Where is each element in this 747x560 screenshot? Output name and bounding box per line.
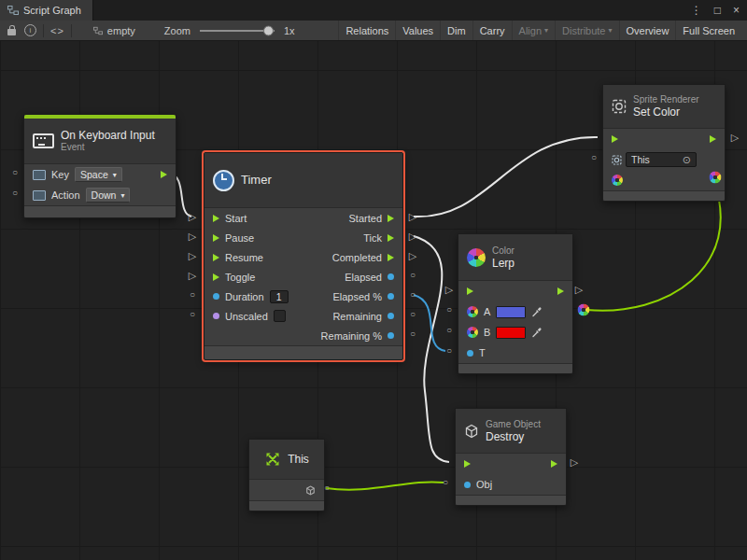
duration-input[interactable]: 1 [270,290,289,303]
node-header[interactable]: Color Lerp [458,234,572,281]
timer-started-ext-port[interactable]: ▷ [409,212,416,222]
toggle-port[interactable] [213,273,219,281]
lerp-flow-out-ext-port[interactable]: ▷ [575,285,583,295]
flow-out-port[interactable] [557,287,564,295]
maximize-icon[interactable]: □ [714,5,721,16]
info-icon[interactable]: i [24,24,36,36]
elapsed-pct-port[interactable] [388,293,394,300]
graph-canvas[interactable]: On Keyboard Input Event Key Space ▾ Acti… [0,41,747,560]
zoom-slider-handle[interactable] [263,25,274,35]
align-button[interactable]: Align▾ [512,21,555,40]
this-output-ext-port[interactable]: ○ [324,483,330,493]
fullscreen-button[interactable]: Full Screen [675,21,741,40]
distribute-button[interactable]: Distribute▾ [555,21,618,40]
values-button[interactable]: Values [395,21,440,40]
code-brackets-icon[interactable]: <> [50,25,64,36]
node-header[interactable]: On Keyboard Input Event [24,119,176,164]
carry-button[interactable]: Carry [472,21,512,40]
tick-port[interactable] [388,234,394,242]
eyedropper-icon[interactable] [531,306,543,317]
unscaled-checkbox[interactable] [274,310,286,322]
flow-in-port[interactable] [464,460,471,468]
timer-elapsed-ext-port[interactable]: ○ [410,271,416,280]
tab-script-graph[interactable]: Script Graph [0,0,93,21]
remaining-port[interactable] [388,313,394,319]
flow-out-port[interactable] [551,460,557,468]
node-on-keyboard-input[interactable]: On Keyboard Input Event Key Space ▾ Acti… [23,114,176,218]
window-menu-icon[interactable]: ⋮ [691,5,702,16]
timer-remaining-ext-port[interactable]: ○ [410,310,416,319]
b-input-port[interactable] [467,327,478,338]
lerp-flow-in-ext-port[interactable]: ▷ [445,285,453,295]
t-input-port[interactable] [467,350,473,357]
lerp-b-ext-port[interactable]: ○ [446,326,452,335]
timer-unscaled-ext-port[interactable]: ○ [190,310,195,319]
zoom-value: 1x [284,25,295,36]
lerp-t-ext-port[interactable]: ○ [446,346,452,356]
flow-out-port[interactable] [710,135,716,143]
timer-pause-ext-port[interactable]: ▷ [189,231,196,242]
dim-button[interactable]: Dim [440,21,472,40]
timer-completed-ext-port[interactable]: ▷ [409,251,416,261]
elapsed-port[interactable] [388,273,394,280]
node-destroy[interactable]: Game Object Destroy Obj [455,408,567,506]
a-input-port[interactable] [467,306,478,317]
timer-toggle-ext-port[interactable]: ▷ [189,271,196,281]
node-header[interactable]: Timer [204,153,402,208]
timer-tick-ext-port[interactable]: ▷ [409,231,416,242]
obj-label: Obj [476,479,492,490]
destroy-flow-out-ext-port[interactable]: ▷ [571,457,578,468]
trigger-out-port[interactable] [161,171,167,178]
action-dropdown[interactable]: Down ▾ [86,188,131,203]
started-port[interactable] [388,215,394,222]
pause-port[interactable] [213,234,219,242]
wire-tick-to-destroy[interactable] [414,236,449,462]
completed-port[interactable] [388,254,394,261]
timer-resume-ext-port[interactable]: ▷ [189,251,196,261]
node-timer[interactable]: Timer StartStarted PauseTick ResumeCompl… [204,152,403,360]
a-color-swatch[interactable] [496,306,526,318]
this-target-field[interactable]: This ⊙ [626,152,697,167]
overview-button[interactable]: Overview [619,21,676,40]
setcolor-flow-out-ext-port[interactable]: ▷ [731,133,739,143]
close-icon[interactable]: × [733,5,740,16]
graph-breadcrumb[interactable]: empty [93,25,135,36]
keyboard-action-port[interactable]: ○ [12,189,18,198]
setcolor-this-ext-port[interactable]: ○ [591,153,597,162]
node-this[interactable]: This [248,439,325,511]
setcolor-color-ext-port[interactable] [710,172,722,184]
destroy-obj-ext-port[interactable]: ○ [443,478,448,487]
resume-port[interactable] [213,254,219,261]
key-dropdown[interactable]: Space ▾ [75,167,122,182]
timer-elapsed-pct-ext-port[interactable]: ○ [410,290,416,300]
unscaled-port[interactable] [213,313,219,319]
remaining-label: Remaining [332,311,382,322]
node-header[interactable]: This [249,440,324,480]
flow-in-port[interactable] [612,135,618,143]
remaining-pct-port[interactable] [388,332,394,339]
start-port[interactable] [213,215,219,222]
duration-port[interactable] [213,293,219,300]
zoom-slider[interactable] [200,30,275,32]
wire-this-to-obj[interactable] [326,482,444,489]
eyedropper-icon[interactable] [531,327,543,338]
b-color-swatch[interactable] [496,327,526,339]
obj-input-port[interactable] [464,482,471,488]
timer-remaining-pct-ext-port[interactable]: ○ [410,329,416,339]
wire-started-to-setcolor[interactable] [414,137,598,217]
lerp-a-ext-port[interactable]: ○ [446,305,452,315]
relations-button[interactable]: Relations [338,21,395,40]
node-header[interactable]: Sprite Renderer Set Color [603,85,725,129]
lerp-result-ext-port[interactable] [578,304,590,316]
timer-duration-ext-port[interactable]: ○ [190,290,195,300]
lock-icon[interactable] [7,29,16,35]
timer-start-ext-port[interactable]: ▷ [189,212,196,222]
node-title: On Keyboard Input [61,129,155,142]
node-color-lerp[interactable]: Color Lerp A B T [458,233,573,374]
node-set-color[interactable]: Sprite Renderer Set Color This ⊙ [602,84,726,202]
keyboard-key-port[interactable]: ○ [12,168,18,177]
game-object-mini-icon[interactable] [305,485,316,496]
color-input-port[interactable] [612,175,623,186]
node-header[interactable]: Game Object Destroy [456,409,566,454]
flow-in-port[interactable] [467,287,473,295]
